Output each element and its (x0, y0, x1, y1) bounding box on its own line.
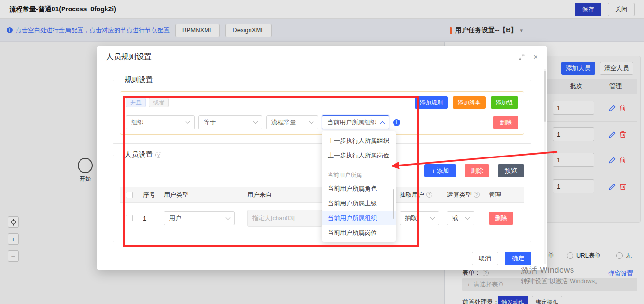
fullscreen-icon[interactable] (519, 54, 525, 60)
help-icon: ? (426, 192, 432, 198)
rule-field-select[interactable]: 组织 (126, 115, 195, 129)
operation-type-select[interactable]: 或 (447, 211, 474, 225)
dropdown-option[interactable]: 当前用户所属角色 (322, 181, 396, 196)
chevron-down-icon (253, 120, 258, 124)
chevron-down-icon (186, 120, 190, 124)
dropdown-option[interactable]: 当前用户所属上级 (322, 196, 396, 211)
modal-header: 人员规则设置 × (97, 46, 547, 68)
add-rule-button[interactable]: 添加规则 (415, 96, 448, 109)
plus-icon: + (431, 167, 435, 175)
delete-row-button[interactable]: 删除 (489, 212, 513, 225)
chevron-down-icon (309, 120, 314, 124)
rule-operator-select[interactable]: 等于 (198, 115, 262, 129)
chevron-down-icon (226, 215, 231, 220)
extract-user-column-header: 抽取用户? (396, 191, 443, 199)
process-designer-page: 流程常量-普通01(Process_0fogk2i) 保存 关闭 i 点击空白处… (0, 0, 644, 304)
delete-person-row-button[interactable]: 删除 (465, 164, 489, 177)
add-script-button[interactable]: 添加脚本 (453, 96, 486, 109)
preview-button[interactable]: 预览 (498, 164, 524, 177)
rule-source-select[interactable]: 流程常量 (266, 115, 318, 129)
ok-button[interactable]: 确定 (505, 252, 531, 265)
help-icon: ? (474, 192, 480, 198)
chevron-up-icon (380, 121, 385, 126)
add-person-row-button[interactable]: +添加 (424, 164, 456, 177)
windows-activation-watermark-sub: 转到“设置”以激活 Windows。 (521, 277, 601, 286)
operation-type-column-header: 运算类型? (443, 191, 485, 199)
modal-footer: 取消 确定 (113, 252, 531, 265)
user-type-column-header: 用户类型 (160, 191, 243, 199)
user-from-input[interactable]: 指定人[chan03] (247, 210, 322, 227)
delete-rule-button[interactable]: 删除 (493, 116, 518, 129)
and-toggle[interactable]: 并且 (126, 98, 146, 107)
chevron-down-icon (430, 215, 435, 220)
info-icon: i (393, 119, 400, 126)
extract-user-select[interactable]: 抽取 (400, 211, 439, 225)
user-type-select[interactable]: 用户 (164, 211, 235, 225)
modal-scrollbar[interactable] (544, 69, 546, 264)
rule-settings-legend: 规则设置 (121, 75, 157, 84)
chevron-down-icon (465, 215, 470, 220)
close-icon[interactable]: × (533, 53, 538, 61)
dropdown-option[interactable]: 当前用户所属岗位 (322, 225, 396, 240)
dropdown-option[interactable]: 上一步执行人所属组织 (322, 133, 396, 148)
dropdown-scrollbar-thumb[interactable] (393, 189, 394, 219)
dropdown-divider (322, 166, 396, 166)
row-checkbox[interactable] (126, 215, 133, 221)
dropdown-option-selected[interactable]: 当前用户所属组织 (322, 211, 396, 225)
rule-value-dropdown: 上一步执行人所属组织 上一步执行人所属岗位 当前用户所属 当前用户所属角色 当前… (322, 131, 396, 242)
rule-group-box: 并且 或者 添加规则 添加脚本 添加组 组织 等于 流程常量 当前用户所属组织 … (120, 91, 524, 135)
dropdown-group-label: 当前用户所属 (322, 169, 396, 181)
modal-title: 人员规则设置 (106, 52, 152, 62)
scrollbar-thumb[interactable] (544, 71, 546, 122)
row-index: 1 (139, 215, 160, 222)
dropdown-option[interactable]: 上一步执行人所属岗位 (322, 148, 396, 163)
or-toggle[interactable]: 或者 (149, 98, 169, 107)
select-all-checkbox[interactable] (126, 192, 133, 198)
manage-column-header: 管理 (485, 191, 524, 199)
person-settings-legend: 人员设置 ? (121, 150, 165, 159)
windows-activation-watermark: 激活 Windows (521, 265, 574, 276)
rule-value-select[interactable]: 当前用户所属组织 (322, 115, 389, 129)
help-icon: ? (155, 152, 161, 158)
add-group-button[interactable]: 添加组 (491, 96, 518, 109)
cancel-button[interactable]: 取消 (472, 252, 498, 265)
index-column-header: 序号 (139, 191, 160, 199)
